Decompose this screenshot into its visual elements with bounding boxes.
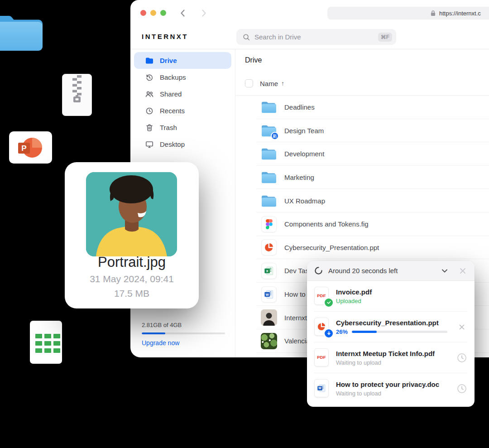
file-row-components-and-tokens-fig[interactable]: Components and Tokens.fig	[236, 212, 489, 236]
upload-progress-bar	[352, 331, 447, 333]
file-row-development[interactable]: Development	[236, 142, 489, 166]
excel-icon: X	[261, 263, 277, 279]
close-icon	[458, 323, 466, 331]
upload-item-cybersecurity-presentation-ppt: Cybersecurity_Presentation.ppt 26%	[314, 312, 467, 342]
folder-icon	[261, 171, 277, 184]
search-bar[interactable]: ⌘F	[236, 29, 396, 45]
collapse-panel-button[interactable]	[439, 265, 450, 276]
upload-file-name: Internxt Meetup Ticket Info.pdf	[336, 350, 447, 357]
search-input[interactable]	[254, 33, 374, 41]
upload-item-info: How to protect your privacy.doc Waiting …	[336, 381, 447, 397]
pdf-icon: PDF	[314, 348, 329, 366]
folder-icon	[261, 194, 277, 207]
sidebar-item-drive[interactable]: Drive	[134, 52, 231, 69]
page-background: P https://internxt.c INTERNXT ⌘F	[0, 0, 489, 448]
chevron-left-icon	[178, 8, 188, 18]
sidebar-item-trash[interactable]: Trash	[134, 119, 231, 136]
list-header: Name ↑	[245, 79, 284, 87]
storage-usage-text: 2.81GB of 4GB	[142, 322, 225, 328]
file-name: Deadlines	[284, 103, 315, 111]
name-column-header[interactable]: Name ↑	[260, 80, 284, 87]
upgrade-now-link[interactable]: Upgrade now	[142, 339, 225, 347]
sidebar-item-shared[interactable]: Shared	[134, 86, 231, 102]
ppt-icon	[261, 239, 277, 255]
storage-progress-bar	[142, 332, 225, 334]
storage-widget: 2.81GB of 4GB Upgrade now	[142, 322, 225, 347]
photo-person-icon	[261, 309, 277, 326]
upload-status: Waiting to upload	[336, 359, 381, 366]
photo-thumbnail	[261, 333, 277, 349]
upload-item-info: Internxt Meetup Ticket Info.pdf Waiting …	[336, 350, 447, 366]
internxt-logo: INTERNXT	[142, 33, 188, 40]
browser-back-button[interactable]	[177, 8, 188, 19]
sidebar-item-backups[interactable]: Backups	[134, 69, 231, 86]
upload-file-icon: PDF	[314, 287, 330, 306]
desktop-icon	[145, 140, 154, 149]
preview-filename: Portrait.jpg	[65, 254, 199, 270]
sidebar-item-label: Backups	[160, 73, 186, 81]
select-all-checkbox[interactable]	[245, 79, 253, 87]
upload-item-info: Cybersecurity_Presentation.ppt 26%	[336, 319, 447, 335]
sidebar-item-recents[interactable]: Recents	[134, 102, 231, 119]
upload-item-info: Invoice.pdf Uploaded	[336, 288, 458, 304]
traffic-light-close[interactable]	[140, 10, 146, 16]
cancel-upload-button[interactable]	[456, 322, 467, 332]
sidebar-item-label: Trash	[160, 124, 177, 131]
word-icon: W	[261, 286, 277, 303]
file-name: Components and Tokens.fig	[284, 220, 369, 228]
chevron-right-icon	[199, 8, 209, 18]
upload-item-how-to-protect-your-privacy-doc: W How to protect your privacy.doc Waitin…	[314, 373, 467, 404]
file-row-design-team[interactable]: Design Team	[236, 119, 489, 143]
excel-icon: X	[264, 266, 274, 276]
close-icon	[458, 266, 467, 275]
svg-text:W: W	[266, 292, 269, 296]
waiting-clock-icon	[456, 352, 467, 363]
search-icon	[242, 33, 250, 41]
shared-folder-badge-icon	[271, 132, 279, 140]
floating-folder-icon	[0, 14, 43, 53]
browser-forward-button[interactable]	[198, 8, 209, 19]
upload-file-icon	[314, 318, 330, 337]
upload-item-invoice-pdf: PDF Invoice.pdf Uploaded	[314, 281, 467, 312]
close-panel-button[interactable]	[457, 265, 468, 276]
uploaded-check-icon	[324, 298, 334, 308]
search-shortcut-badge: ⌘F	[378, 33, 392, 42]
folder-icon	[261, 99, 277, 116]
file-row-cybersecurity-presentation-ppt[interactable]: Cybersecurity_Presentation.ppt	[236, 236, 489, 260]
browser-address-bar[interactable]: https://internxt.c	[327, 7, 489, 19]
photo-plant-icon	[261, 333, 277, 349]
floating-zip-icon	[62, 74, 92, 118]
file-name: Development	[284, 150, 324, 158]
floating-spreadsheet-icon	[30, 321, 62, 364]
file-row-marketing[interactable]: Marketing	[236, 166, 489, 189]
word-icon: W	[317, 384, 326, 393]
upload-file-name: Cybersecurity_Presentation.ppt	[336, 319, 447, 327]
storage-progress-fill	[142, 332, 165, 334]
sidebar-item-desktop[interactable]: Desktop	[134, 136, 231, 153]
folder-icon	[261, 101, 277, 114]
traffic-light-minimize[interactable]	[150, 10, 156, 16]
traffic-light-zoom[interactable]	[160, 10, 166, 16]
spinner-icon	[314, 266, 323, 275]
chevron-down-icon	[440, 266, 449, 275]
upload-file-icon: PDF	[314, 348, 330, 367]
sidebar-item-label: Shared	[160, 90, 182, 98]
file-name: Marketing	[284, 173, 314, 181]
upload-item-internxt-meetup-ticket-info-pdf: PDF Internxt Meetup Ticket Info.pdf Wait…	[314, 342, 467, 373]
powerpoint-icon	[264, 242, 274, 252]
upload-panel-header: Around 20 seconds left	[307, 261, 475, 281]
portrait-photo	[86, 172, 177, 256]
figma-icon	[266, 219, 273, 229]
file-row-ux-roadmap[interactable]: UX Roadmap	[236, 189, 489, 212]
url-text: https://internxt.c	[439, 10, 481, 17]
file-name: Dev Tas	[284, 267, 309, 275]
upload-file-icon: W	[314, 379, 330, 398]
upload-status: Waiting to upload	[336, 390, 381, 397]
file-row-deadlines[interactable]: Deadlines	[236, 96, 489, 119]
file-name: How to	[284, 290, 306, 298]
name-column-label: Name	[260, 80, 278, 87]
floating-powerpoint-icon: P	[9, 131, 52, 164]
svg-text:P: P	[21, 144, 26, 153]
file-name: Design Team	[284, 127, 324, 135]
file-preview-card: Portrait.jpg 31 May 2024, 09:41 17.5 MB	[65, 162, 199, 308]
